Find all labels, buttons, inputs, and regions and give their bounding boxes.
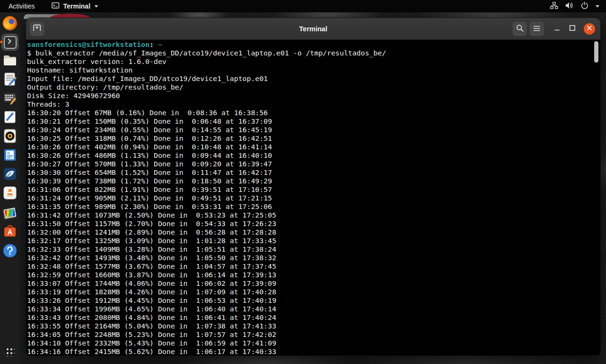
image-viewer-icon	[4, 208, 17, 218]
dock-item-document-viewer[interactable]	[1, 147, 18, 164]
terminal-line: 16:33:55 Offset 2164MB (5.04%) Done in 1…	[27, 322, 600, 330]
terminal-line: 16:33:07 Offset 1744MB (4.06%) Done in 1…	[27, 279, 600, 288]
wireshark-icon	[3, 167, 17, 183]
close-button[interactable]	[584, 23, 595, 35]
terminal-line: 16:31:50 Offset 1157MB (2.70%) Done in 0…	[27, 219, 600, 228]
terminal-line: 16:33:34 Offset 1996MB (4.65%) Done in 1…	[27, 305, 600, 313]
notes-editor-icon	[3, 72, 17, 88]
dock-item-vlc[interactable]	[1, 185, 18, 202]
running-indicator-dot	[0, 41, 2, 43]
terminal-line: 16:30:26 Offset 486MB (1.13%) Done in 0:…	[27, 151, 600, 160]
help-icon	[3, 244, 17, 257]
hamburger-menu-icon	[533, 25, 540, 33]
terminal-line: Input file: /media/sf_Images_DD/atco19/d…	[27, 74, 600, 83]
terminal-line: 16:34:16 Offset 2415MB (5.62%) Done in 1…	[27, 347, 600, 355]
minimize-icon	[554, 25, 560, 33]
desktop: Activities Terminal	[0, 0, 606, 364]
titlebar[interactable]: Terminal	[26, 18, 600, 40]
terminal-line: 16:31:35 Offset 989MB (2.30%) Done in 0:…	[27, 202, 600, 211]
dock-item-terminal[interactable]	[1, 34, 18, 51]
terminal-line: 16:30:39 Offset 738MB (1.72%) Done in 0:…	[27, 177, 600, 185]
terminal-line: 16:33:19 Offset 1828MB (4.26%) Done in 1…	[27, 288, 600, 296]
terminal-line: 16:34:10 Offset 2332MB (5.43%) Done in 1…	[27, 339, 600, 347]
terminal-line: 16:31:42 Offset 1073MB (2.50%) Done in 0…	[27, 211, 600, 219]
terminal-line: 16:33:26 Offset 1912MB (4.45%) Done in 1…	[27, 296, 600, 305]
terminal-window: Terminal	[26, 18, 600, 355]
terminal-line: 16:30:30 Offset 654MB (1.52%) Done in 0:…	[27, 168, 600, 177]
dock-item-firefox[interactable]	[1, 15, 18, 32]
software-center-icon	[3, 224, 17, 240]
media-player-icon	[3, 129, 17, 145]
terminal-line: 16:30:24 Offset 234MB (0.55%) Done in 0:…	[27, 126, 600, 134]
show-applications-icon	[5, 347, 15, 356]
prompt-separator: :	[149, 40, 158, 48]
text-editor-icon	[3, 110, 17, 126]
chevron-down-icon	[596, 5, 599, 8]
app-menu-terminal[interactable]: Terminal	[52, 2, 98, 10]
terminal-app-icon	[4, 36, 17, 49]
dock-item-image-viewer[interactable]	[1, 204, 18, 221]
terminal-line: 16:30:20 Offset 67MB (0.16%) Done in 0:0…	[27, 109, 600, 117]
terminal-info-lines: bulk_extractor version: 1.6.0-devHostnam…	[27, 57, 600, 109]
terminal-line: Hostname: siftworkstation	[27, 66, 600, 74]
terminal-line: Disk Size: 42949672960	[27, 91, 600, 100]
terminal-line: 16:32:00 Offset 1241MB (2.89%) Done in 0…	[27, 228, 600, 237]
terminal-line: 16:30:21 Offset 150MB (0.35%) Done in 0:…	[27, 117, 600, 126]
document-viewer-icon	[3, 148, 17, 164]
terminal-window-icon	[52, 2, 59, 10]
terminal-line: bulk_extractor version: 1.6.0-dev	[27, 57, 600, 66]
new-tab-icon	[33, 24, 41, 33]
dock-item-software-center[interactable]	[1, 223, 18, 240]
menu-button[interactable]	[530, 22, 544, 36]
terminal-progress-lines: 16:30:20 Offset 67MB (0.16%) Done in 0:0…	[27, 109, 600, 355]
terminal-line: 16:30:27 Offset 570MB (1.33%) Done in 0:…	[27, 160, 600, 168]
dock	[0, 12, 20, 364]
dock-item-notes-editor[interactable]	[1, 72, 18, 89]
chevron-down-icon	[94, 5, 98, 8]
terminal-line: 16:32:17 Offset 1325MB (3.09%) Done in 1…	[27, 237, 600, 245]
dock-item-wireshark[interactable]	[1, 166, 18, 183]
terminal-line: 16:31:24 Offset 905MB (2.11%) Done in 0:…	[27, 194, 600, 202]
terminal-line: 16:33:43 Offset 2080MB (4.84%) Done in 1…	[27, 313, 600, 322]
file-manager-icon	[3, 54, 17, 68]
prompt-user-host: sansforensics@siftworkstation	[27, 40, 149, 48]
new-tab-button[interactable]	[30, 22, 44, 36]
close-icon	[586, 25, 593, 33]
app-menu-label: Terminal	[63, 2, 90, 10]
hex-editor-icon	[3, 91, 17, 107]
terminal-line: 16:32:42 Offset 1493MB (3.48%) Done in 1…	[27, 254, 600, 262]
power-icon	[581, 1, 588, 11]
terminal-line: 16:34:05 Offset 2248MB (5.23%) Done in 1…	[27, 330, 600, 339]
vlc-player-icon	[3, 186, 17, 202]
network-icon	[550, 2, 558, 11]
terminal-line: Threads: 3	[27, 100, 600, 109]
dock-item-media-player[interactable]	[1, 128, 18, 146]
command-line: $ bulk_extractor /media/sf_Images_DD/atc…	[27, 49, 600, 57]
top-bar: Activities Terminal	[0, 0, 606, 12]
terminal-line: Output directory: /tmp/resultados_be/	[27, 83, 600, 91]
prompt-line: sansforensics@siftworkstation: ~	[27, 40, 600, 49]
activities-button[interactable]: Activities	[7, 2, 37, 10]
dock-item-files[interactable]	[1, 53, 18, 70]
system-status-area[interactable]	[550, 1, 599, 11]
terminal-line: 16:32:33 Offset 1409MB (3.28%) Done in 1…	[27, 245, 600, 254]
minimize-button[interactable]	[553, 25, 561, 33]
search-button[interactable]	[513, 22, 527, 36]
maximize-button[interactable]	[569, 25, 576, 33]
search-icon	[516, 24, 524, 34]
dock-item-text-editor[interactable]	[1, 109, 18, 127]
terminal-output[interactable]: sansforensics@siftworkstation: ~ $ bulk_…	[26, 40, 600, 355]
dock-item-hex-editor[interactable]	[1, 91, 18, 108]
prompt-path: ~	[158, 40, 162, 48]
volume-icon	[565, 2, 574, 11]
terminal-line: 16:30:26 Offset 402MB (0.94%) Done in 0:…	[27, 143, 600, 151]
terminal-line: 16:30:25 Offset 318MB (0.74%) Done in 0:…	[27, 134, 600, 143]
terminal-line: 16:31:06 Offset 822MB (1.91%) Done in 0:…	[27, 185, 600, 194]
dock-item-help[interactable]	[1, 242, 18, 259]
firefox-browser-icon	[3, 16, 17, 30]
show-applications-button[interactable]	[1, 343, 18, 360]
terminal-line: 16:32:48 Offset 1577MB (3.67%) Done in 1…	[27, 262, 600, 271]
maximize-icon	[569, 25, 576, 33]
scrollbar-thumb[interactable]	[594, 41, 598, 63]
terminal-line: 16:32:59 Offset 1660MB (3.87%) Done in 1…	[27, 271, 600, 279]
